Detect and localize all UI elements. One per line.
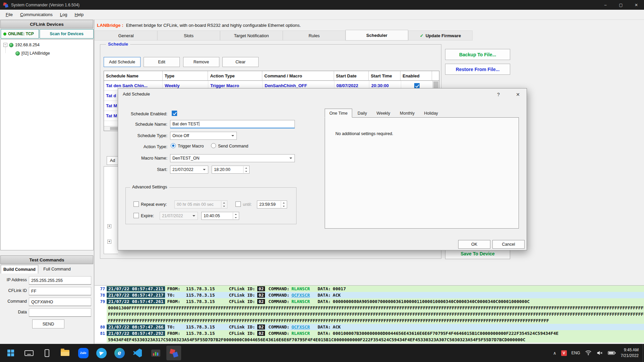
expire-date-select[interactable]: 21/07/2022 [160, 212, 198, 220]
repeat-interval-spinner[interactable]: 00 hr 05 min 00 sec [174, 200, 227, 208]
tree-expand-icon[interactable]: + [107, 224, 111, 228]
restore-from-file-button[interactable]: Restore From File... [445, 64, 510, 75]
vscode-button[interactable] [130, 346, 145, 360]
maximize-button[interactable]: ▢ [613, 0, 629, 10]
log-line[interactable]: 8021/07/22 08:57:47.266TO:115.78.3.15CFL… [95, 324, 644, 330]
tab-scheduler[interactable]: Scheduler [345, 30, 408, 41]
enabled-checkbox[interactable] [414, 83, 420, 88]
file-explorer-button[interactable] [58, 346, 72, 360]
wifi-button[interactable] [583, 346, 594, 360]
tab-slots[interactable]: Slots [157, 31, 220, 41]
tab-rules[interactable]: Rules [283, 31, 345, 41]
backup-to-file-button[interactable]: Backup To File... [445, 49, 510, 60]
dialog-tab-daily[interactable]: Daily [353, 109, 372, 118]
ip-address-field[interactable]: 255.255.255.255 [29, 276, 91, 285]
touch-keyboard-button[interactable] [21, 346, 36, 360]
log-line[interactable]: 7921/07/22 08:57:47.261FROM:115.78.3.15C… [95, 298, 644, 305]
system-commander-button[interactable] [166, 346, 181, 360]
spinner-arrows-icon[interactable] [233, 213, 238, 219]
volume-button[interactable] [594, 346, 605, 360]
radio-send-command-label[interactable]: Send Command [218, 144, 248, 148]
ok-button[interactable]: OK [458, 240, 490, 249]
menu-item-help[interactable]: Help [71, 10, 88, 19]
col-start-date[interactable]: Start Date [334, 71, 369, 81]
start-time-spinner[interactable]: 18:20:00 [212, 166, 250, 174]
spinner-arrows-icon[interactable] [221, 201, 227, 208]
language-indicator[interactable]: ENG [569, 346, 583, 360]
log-line[interactable]: 7821/07/22 08:57:47.217TO:115.78.3.15CFL… [95, 292, 644, 298]
radio-trigger-macro-label[interactable]: Trigger Macro [178, 144, 204, 148]
tree-root-item[interactable]: − 192.68.8.254 [3, 43, 40, 47]
telegram-button[interactable] [94, 346, 109, 360]
col-schedule-name[interactable]: Schedule Name [104, 71, 163, 81]
tab-target-notification[interactable]: Target Notification [220, 31, 283, 41]
scan-for-devices-button[interactable]: Scan for Devices [40, 29, 94, 39]
col-action-type[interactable]: Action Type [208, 71, 262, 81]
remove-button[interactable]: Remove [183, 57, 219, 67]
minimize-button[interactable]: – [598, 0, 613, 10]
expire-time-spinner[interactable]: 10:40:05 [201, 212, 239, 220]
cflink-id-field[interactable]: FF [29, 287, 91, 295]
tray-app-button[interactable]: V [559, 346, 569, 360]
dialog-tab-weekly[interactable]: Weekly [372, 109, 394, 118]
col-enabled[interactable]: Enabled [400, 71, 432, 81]
online-status[interactable]: ONLINE: TCP [1, 29, 39, 39]
send-button[interactable]: SEND [32, 319, 64, 328]
show-desktop-button[interactable] [643, 344, 644, 362]
tree-child-label: [02] LANBridge [21, 51, 50, 56]
clear-button[interactable]: Clear [222, 57, 259, 67]
until-checkbox[interactable] [235, 201, 241, 207]
tab-build-command[interactable]: Build Command [1, 265, 38, 274]
tray-overflow-button[interactable]: ∧ [551, 346, 559, 360]
edit-button[interactable]: Edit [144, 57, 180, 67]
tree-child-item[interactable]: [02] LANBridge [15, 51, 50, 56]
expire-checkbox[interactable] [133, 213, 139, 218]
dialog-close-button[interactable]: ✕ [513, 90, 523, 99]
edge-button[interactable]: e [112, 346, 127, 360]
start-button[interactable] [3, 346, 18, 360]
dialog-tab-one-time[interactable]: One Time [325, 109, 352, 118]
until-time-spinner[interactable]: 23:59:59 [257, 200, 287, 208]
tree-expand-icon[interactable]: + [107, 240, 111, 244]
tab-full-command[interactable]: Full Command [39, 265, 75, 274]
zalo-button[interactable]: Zalo [76, 346, 91, 360]
macro-name-select[interactable]: DenTEST_ON [170, 154, 295, 162]
spinner-arrows-icon[interactable] [243, 166, 249, 173]
data-field[interactable] [29, 308, 91, 317]
expire-label[interactable]: Expire: [141, 214, 154, 218]
menu-item-log[interactable]: Log [56, 10, 71, 19]
command-field[interactable]: QCFXWHO [29, 298, 91, 306]
help-button[interactable]: ? [494, 90, 503, 99]
tab-update-firmware[interactable]: ✓ Update Firmware [408, 31, 473, 41]
log-line-number: 81 [95, 330, 107, 337]
partial-add-button[interactable]: Ad [107, 156, 118, 165]
repeat-every-checkbox[interactable] [133, 201, 139, 207]
schedule-type-select[interactable]: Once Off [170, 132, 237, 140]
col-type[interactable]: Type [163, 71, 208, 81]
clock[interactable]: 9:45 AM 7/21/2022 [618, 347, 643, 359]
until-label[interactable]: until: [243, 202, 252, 207]
log-line[interactable]: 8121/07/22 08:57:47.292FROM:115.78.3.15C… [95, 330, 644, 337]
phone-link-button[interactable] [40, 346, 54, 360]
cancel-button[interactable]: Cancel [492, 240, 525, 249]
menu-item-communications[interactable]: Communications [16, 10, 56, 19]
spinner-arrows-icon[interactable] [281, 201, 286, 208]
schedule-enabled-checkbox[interactable] [172, 111, 177, 116]
log-line[interactable]: 7721/07/22 08:57:47.211FROM:115.78.3.15C… [95, 286, 644, 292]
dialog-tab-holiday[interactable]: Holiday [420, 109, 442, 118]
col-command-macro[interactable]: Command / Macro [262, 71, 334, 81]
close-button[interactable]: ✕ [629, 0, 644, 10]
col-start-time[interactable]: Start Time [369, 71, 400, 81]
start-date-select[interactable]: 21/07/2022 [170, 166, 208, 174]
schedule-name-input[interactable]: Bat den TEST [170, 120, 295, 128]
battery-button[interactable] [605, 346, 618, 360]
repeat-every-label[interactable]: Repeat every: [141, 202, 167, 207]
radio-send-command[interactable] [211, 143, 216, 148]
radio-trigger-macro[interactable] [171, 143, 176, 148]
menu-item-file[interactable]: File [2, 10, 16, 19]
log-viewer-button[interactable] [148, 346, 163, 360]
add-schedule-button[interactable]: Add Schedule [104, 57, 141, 67]
dialog-tab-monthly[interactable]: Monthly [395, 109, 419, 118]
tree-collapse-icon[interactable]: − [3, 43, 7, 47]
tab-general[interactable]: General [95, 31, 157, 41]
